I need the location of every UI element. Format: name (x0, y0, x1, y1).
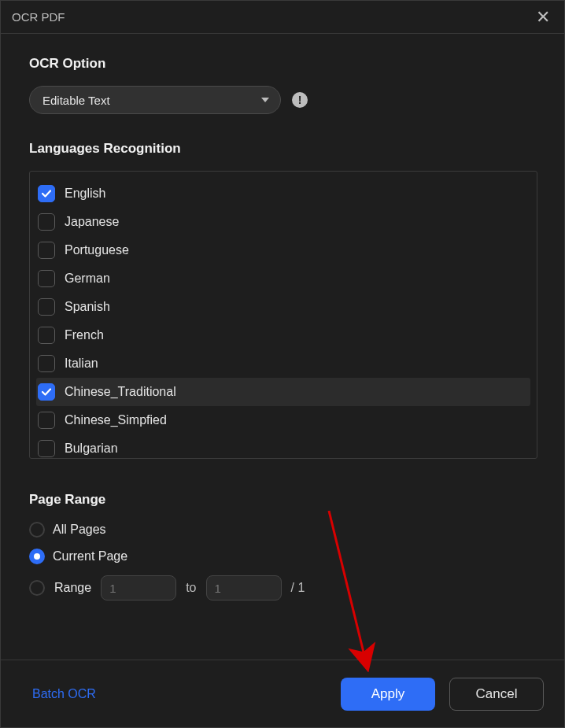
radio-current-page[interactable] (29, 549, 45, 564)
languages-list[interactable]: EnglishJapanesePortugueseGermanSpanishFr… (36, 179, 535, 458)
range-to-input[interactable] (206, 575, 282, 601)
language-label: Chinese_Traditional (65, 385, 176, 399)
radio-current-page-row[interactable]: Current Page (29, 549, 537, 564)
language-item[interactable]: French (36, 321, 530, 349)
language-label: Italian (65, 357, 98, 371)
dialog-title: OCR PDF (12, 10, 65, 24)
language-label: English (65, 187, 105, 201)
radio-current-page-label: Current Page (53, 549, 127, 564)
language-checkbox[interactable] (38, 355, 55, 372)
language-label: Japanese (65, 215, 119, 229)
radio-all-pages[interactable] (29, 522, 45, 538)
titlebar: OCR PDF ✕ (1, 1, 564, 34)
language-label: French (65, 328, 104, 342)
range-to-label: to (186, 581, 196, 595)
dialog-content: OCR Option Editable Text ! Languages Rec… (1, 34, 564, 601)
language-label: German (65, 272, 110, 286)
close-icon[interactable]: ✕ (531, 4, 555, 31)
language-checkbox[interactable] (38, 270, 55, 287)
language-label: Portuguese (65, 243, 129, 257)
language-checkbox[interactable] (38, 383, 55, 401)
info-icon[interactable]: ! (292, 92, 308, 108)
radio-range-label: Range (54, 581, 91, 595)
radio-range-row[interactable]: Range to / 1 (29, 575, 537, 601)
language-checkbox[interactable] (38, 298, 55, 316)
radio-range[interactable] (29, 580, 45, 596)
languages-box: EnglishJapanesePortugueseGermanSpanishFr… (29, 171, 537, 459)
radio-all-pages-row[interactable]: All Pages (29, 522, 537, 538)
language-item[interactable]: Bulgarian (36, 434, 530, 458)
range-from-input[interactable] (101, 575, 176, 601)
language-label: Bulgarian (65, 442, 118, 456)
language-label: Chinese_Simpfied (65, 413, 167, 427)
radio-all-pages-label: All Pages (53, 523, 106, 537)
ocr-option-label: OCR Option (29, 56, 537, 72)
language-item[interactable]: Japanese (36, 208, 530, 236)
chevron-down-icon (261, 98, 269, 102)
ocr-option-row: Editable Text ! (29, 86, 537, 114)
language-label: Spanish (65, 300, 110, 314)
language-item[interactable]: Portuguese (36, 236, 530, 264)
footer-buttons: Apply Cancel (341, 678, 544, 711)
ocr-option-value: Editable Text (42, 94, 110, 107)
languages-label: Languages Recognition (29, 141, 537, 157)
language-item[interactable]: Italian (36, 349, 530, 378)
language-item[interactable]: English (36, 179, 530, 208)
cancel-button[interactable]: Cancel (449, 678, 544, 711)
apply-button[interactable]: Apply (341, 678, 435, 711)
language-item[interactable]: Chinese_Traditional (36, 378, 530, 406)
ocr-option-dropdown[interactable]: Editable Text (29, 86, 281, 114)
language-checkbox[interactable] (38, 440, 55, 457)
language-checkbox[interactable] (38, 213, 55, 231)
language-item[interactable]: German (36, 264, 530, 293)
batch-ocr-link[interactable]: Batch OCR (32, 687, 96, 701)
dialog-footer: Batch OCR Apply Cancel (1, 660, 564, 727)
page-range-label: Page Range (29, 492, 537, 508)
language-checkbox[interactable] (38, 185, 55, 202)
range-total: / 1 (291, 581, 305, 595)
language-checkbox[interactable] (38, 242, 55, 259)
language-item[interactable]: Spanish (36, 293, 530, 321)
language-checkbox[interactable] (38, 412, 55, 429)
language-item[interactable]: Chinese_Simpfied (36, 406, 530, 434)
language-checkbox[interactable] (38, 327, 55, 344)
